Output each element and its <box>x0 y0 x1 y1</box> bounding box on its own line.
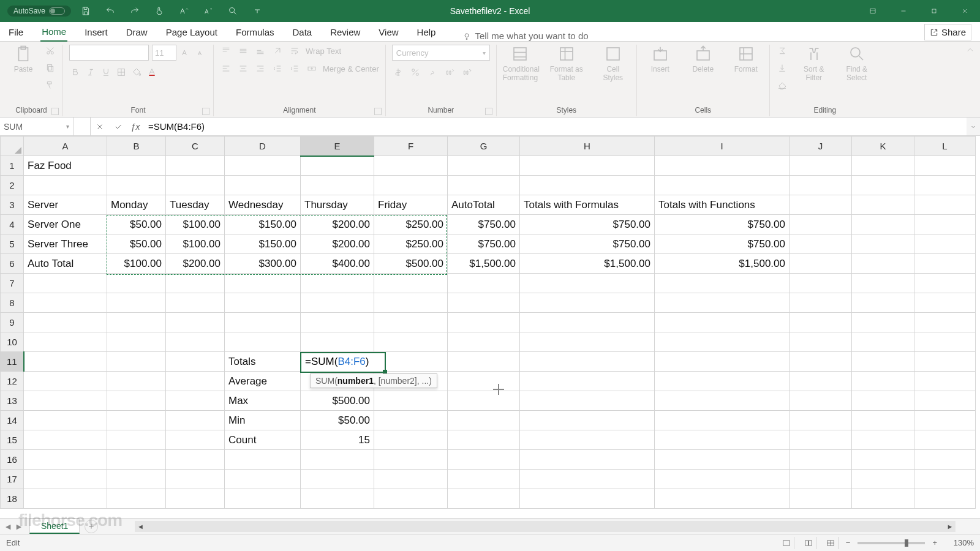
cell-C18[interactable] <box>166 489 225 509</box>
cell-B16[interactable] <box>107 450 166 470</box>
cell-E10[interactable] <box>301 332 374 352</box>
cell-H18[interactable] <box>520 489 655 509</box>
cell-L8[interactable] <box>914 293 976 313</box>
cell-A14[interactable] <box>24 411 107 430</box>
cell-H9[interactable] <box>520 313 655 332</box>
cell-L5[interactable] <box>914 234 976 254</box>
close-button[interactable] <box>949 0 980 22</box>
cell-D9[interactable] <box>225 313 301 332</box>
cell-I7[interactable] <box>655 274 790 293</box>
active-cell-editor[interactable]: =SUM(B4:F6) <box>300 352 386 373</box>
cell-H1[interactable] <box>520 156 655 176</box>
formula-input[interactable]: =SUM(B4:F6) <box>143 118 967 135</box>
cell-A15[interactable] <box>24 430 107 450</box>
accounting-format-button[interactable] <box>392 66 404 78</box>
cell-A11[interactable] <box>24 352 107 372</box>
row-header-3[interactable]: 3 <box>1 195 24 215</box>
row-header-5[interactable]: 5 <box>1 234 24 254</box>
find-button[interactable] <box>223 1 243 21</box>
cell-A4[interactable]: Server One <box>24 215 107 234</box>
row-header-4[interactable]: 4 <box>1 215 24 234</box>
decrease-indent-button[interactable] <box>271 62 284 75</box>
cell-L9[interactable] <box>914 313 976 332</box>
cell-E7[interactable] <box>301 274 374 293</box>
paste-button[interactable]: Paste <box>6 45 40 73</box>
number-launcher[interactable] <box>485 108 492 115</box>
cell-J18[interactable] <box>790 489 852 509</box>
cell-E1[interactable] <box>301 156 374 176</box>
row-header-14[interactable]: 14 <box>1 411 24 430</box>
cell-C8[interactable] <box>166 293 225 313</box>
cell-E17[interactable] <box>301 470 374 489</box>
cell-G13[interactable] <box>448 391 520 411</box>
font-size-down-button[interactable] <box>198 1 218 21</box>
collapse-ribbon-button[interactable] <box>965 45 975 55</box>
cell-C10[interactable] <box>166 332 225 352</box>
cell-E8[interactable] <box>301 293 374 313</box>
cell-A9[interactable] <box>24 313 107 332</box>
cell-D6[interactable]: $300.00 <box>225 254 301 274</box>
col-H[interactable]: H <box>520 137 655 156</box>
row-header-2[interactable]: 2 <box>1 176 24 195</box>
cell-H16[interactable] <box>520 450 655 470</box>
col-C[interactable]: C <box>166 137 225 156</box>
horizontal-scrollbar[interactable]: ◄ ► <box>135 521 956 532</box>
cell-E4[interactable]: $200.00 <box>301 215 374 234</box>
cell-C3[interactable]: Tuesday <box>166 195 225 215</box>
cell-A3[interactable]: Server <box>24 195 107 215</box>
col-D[interactable]: D <box>225 137 301 156</box>
cell-G6[interactable]: $1,500.00 <box>448 254 520 274</box>
cell-F6[interactable]: $500.00 <box>374 254 448 274</box>
cell-G9[interactable] <box>448 313 520 332</box>
tab-review[interactable]: Review <box>329 23 361 41</box>
cell-A7[interactable] <box>24 274 107 293</box>
cell-K8[interactable] <box>852 293 914 313</box>
autosave-toggle[interactable]: AutoSave <box>7 6 71 17</box>
select-all-corner[interactable] <box>1 137 24 156</box>
name-box[interactable]: SUM <box>0 118 74 135</box>
cell-K3[interactable] <box>852 195 914 215</box>
cell-F16[interactable] <box>374 450 448 470</box>
cell-K18[interactable] <box>852 489 914 509</box>
cell-J16[interactable] <box>790 450 852 470</box>
cell-J8[interactable] <box>790 293 852 313</box>
tab-formulas[interactable]: Formulas <box>235 23 276 41</box>
increase-font-button[interactable] <box>179 47 192 59</box>
cell-I3[interactable]: Totals with Functions <box>655 195 790 215</box>
cell-E9[interactable] <box>301 313 374 332</box>
cell-K12[interactable] <box>852 372 914 391</box>
clipboard-launcher[interactable] <box>51 108 59 115</box>
cell-K13[interactable] <box>852 391 914 411</box>
cell-E13[interactable]: $500.00 <box>301 391 374 411</box>
cell-F5[interactable]: $250.00 <box>374 234 448 254</box>
cell-B15[interactable] <box>107 430 166 450</box>
cell-K9[interactable] <box>852 313 914 332</box>
cell-J11[interactable] <box>790 352 852 372</box>
borders-button[interactable] <box>115 66 127 78</box>
row-header-9[interactable]: 9 <box>1 313 24 332</box>
underline-button[interactable] <box>100 66 112 78</box>
col-F[interactable]: F <box>374 137 448 156</box>
cell-F10[interactable] <box>374 332 448 352</box>
cell-J17[interactable] <box>790 470 852 489</box>
cell-F1[interactable] <box>374 156 448 176</box>
zoom-percent[interactable]: 130% <box>944 538 974 547</box>
decrease-font-button[interactable] <box>195 47 207 59</box>
cell-C12[interactable] <box>166 372 225 391</box>
cell-H5[interactable]: $750.00 <box>520 234 655 254</box>
cell-E2[interactable] <box>301 176 374 195</box>
cell-J9[interactable] <box>790 313 852 332</box>
cell-E18[interactable] <box>301 489 374 509</box>
align-bottom-button[interactable] <box>254 45 266 57</box>
cell-J2[interactable] <box>790 176 852 195</box>
cell-D11[interactable]: Totals <box>225 352 301 372</box>
cell-I1[interactable] <box>655 156 790 176</box>
cell-H12[interactable] <box>520 372 655 391</box>
font-color-button[interactable] <box>146 66 158 78</box>
cell-D14[interactable]: Min <box>225 411 301 430</box>
cell-K17[interactable] <box>852 470 914 489</box>
cell-J14[interactable] <box>790 411 852 430</box>
cell-J7[interactable] <box>790 274 852 293</box>
cell-K5[interactable] <box>852 234 914 254</box>
tab-home[interactable]: Home <box>40 23 67 42</box>
